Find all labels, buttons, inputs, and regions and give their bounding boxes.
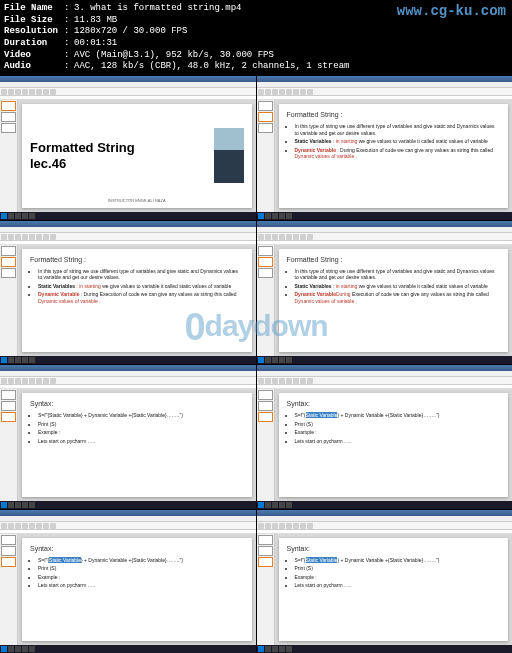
workspace: Formatted String : In this type of strin… <box>257 245 513 357</box>
taskbar <box>257 356 513 364</box>
frame-6: Syntax: S=f"{Static Variable} + Dynamic … <box>257 365 513 509</box>
thumb-1[interactable] <box>1 390 16 400</box>
slide-thumbnails <box>0 100 18 212</box>
filename-label: File Name <box>4 3 64 15</box>
bullet-dynamic: Dynamic Variable : During Execution of c… <box>38 291 244 304</box>
file-metadata-panel: www.cg-ku.com File Name:3. what is forma… <box>0 0 512 76</box>
thumb-1[interactable] <box>258 101 273 111</box>
syntax-line-3: Example : <box>38 429 244 436</box>
bullet-static: Static Variables : in starting we give v… <box>38 283 244 290</box>
video-label: Video <box>4 50 64 62</box>
syntax-line-4: Lets start on pycharm ….. <box>38 582 244 589</box>
thumb-3[interactable] <box>1 123 16 133</box>
thumb-1[interactable] <box>1 101 16 111</box>
syntax-line-1: S=f"{Static Variable} + Dynamic Variable… <box>295 557 501 564</box>
slide-heading: Syntax: <box>30 544 244 553</box>
start-button[interactable] <box>1 357 7 363</box>
thumb-1[interactable] <box>258 535 273 545</box>
frame-2: Formatted String : In this type of strin… <box>257 76 513 220</box>
start-button[interactable] <box>258 502 264 508</box>
thumb-3[interactable] <box>258 268 273 278</box>
syntax-line-4: Lets start on pycharm ….. <box>295 438 501 445</box>
syntax-line-2: Print (S) <box>295 421 501 428</box>
video-value: AVC (Main@L3.1), 952 kb/s, 30.000 FPS <box>74 50 274 62</box>
syntax-line-1: S=f"{Static Variable} + Dynamic Variable… <box>38 412 244 419</box>
slide-thumbnails <box>257 534 275 646</box>
toolbar <box>0 377 256 385</box>
slide-canvas: Syntax: S=f"{Static Variable} + Dynamic … <box>275 389 513 501</box>
filename-value: 3. what is formatted string.mp4 <box>74 3 241 15</box>
taskbar <box>257 501 513 509</box>
slide-content: Formatted String lec.46 INSTRUCTOR ENGR.… <box>22 104 252 208</box>
thumb-3[interactable] <box>1 412 16 422</box>
bullet-intro: In this type of string we use different … <box>295 268 501 281</box>
workspace: Formatted String : In this type of strin… <box>0 245 256 357</box>
bullet-dynamic: Dynamic VariableDuring Execution of code… <box>295 291 501 304</box>
bullet-static: Static Variables : in starting we give v… <box>295 138 501 145</box>
bullet-intro: In this type of string we use different … <box>38 268 244 281</box>
slide-heading: Formatted String : <box>30 255 244 264</box>
syntax-line-2: Print (S) <box>38 565 244 572</box>
thumb-1[interactable] <box>1 535 16 545</box>
slide-heading: Formatted String : <box>287 110 501 119</box>
slide-heading: Syntax: <box>287 544 501 553</box>
frame-3: Formatted String : In this type of strin… <box>0 221 256 365</box>
start-button[interactable] <box>258 646 264 652</box>
workspace: Syntax: S=f"{Static Variable} + Dynamic … <box>257 389 513 501</box>
slide-heading: Syntax: <box>30 399 244 408</box>
slide-heading: Formatted String : <box>287 255 501 264</box>
thumb-2[interactable] <box>1 112 16 122</box>
workspace: Formatted String lec.46 INSTRUCTOR ENGR.… <box>0 100 256 212</box>
syntax-line-3: Example : <box>38 574 244 581</box>
bullet-static: Static Variables : in starting we give v… <box>295 283 501 290</box>
start-button[interactable] <box>258 213 264 219</box>
workspace: Syntax: S=f"{Static Variable} + Dynamic … <box>257 534 513 646</box>
thumb-3[interactable] <box>1 557 16 567</box>
thumb-1[interactable] <box>258 390 273 400</box>
thumb-3[interactable] <box>258 123 273 133</box>
thumb-3[interactable] <box>1 268 16 278</box>
thumb-3[interactable] <box>258 412 273 422</box>
toolbar <box>257 377 513 385</box>
slide-canvas: Formatted String lec.46 INSTRUCTOR ENGR.… <box>18 100 256 212</box>
frame-5: Syntax: S=f"{Static Variable} + Dynamic … <box>0 365 256 509</box>
bullet-dynamic: Dynamic Variable : During Execution of c… <box>295 147 501 160</box>
toolbar <box>257 522 513 530</box>
thumb-1[interactable] <box>1 246 16 256</box>
start-button[interactable] <box>1 502 7 508</box>
slide-content: Syntax: S=f"{Static Variable} + Dynamic … <box>22 393 252 497</box>
thumb-2[interactable] <box>1 257 16 267</box>
thumb-3[interactable] <box>258 557 273 567</box>
slide-content: Formatted String : In this type of strin… <box>279 104 509 208</box>
start-button[interactable] <box>1 646 7 652</box>
thumb-2[interactable] <box>1 546 16 556</box>
slide-content: Syntax: S=f"{Static Variable} + Dynamic … <box>22 538 252 642</box>
thumb-2[interactable] <box>258 546 273 556</box>
thumbnail-grid: Formatted String lec.46 INSTRUCTOR ENGR.… <box>0 76 512 653</box>
toolbar <box>0 233 256 241</box>
duration-label: Duration <box>4 38 64 50</box>
toolbar <box>0 88 256 96</box>
taskbar <box>0 212 256 220</box>
thumb-2[interactable] <box>1 401 16 411</box>
slide-thumbnails <box>257 100 275 212</box>
start-button[interactable] <box>258 357 264 363</box>
syntax-line-4: Lets start on pycharm ….. <box>295 582 501 589</box>
taskbar <box>257 212 513 220</box>
bullet-intro: In this type of string we use different … <box>295 123 501 136</box>
thumb-1[interactable] <box>258 246 273 256</box>
thumb-2[interactable] <box>258 257 273 267</box>
thumb-2[interactable] <box>258 401 273 411</box>
taskbar <box>0 356 256 364</box>
audio-value: AAC, 128 kb/s (CBR), 48.0 kHz, 2 channel… <box>74 61 349 73</box>
start-button[interactable] <box>1 213 7 219</box>
resolution-value: 1280x720 / 30.000 FPS <box>74 26 187 38</box>
instructor-name: INSTRUCTOR ENGR.ALI RAZA <box>108 198 166 203</box>
filesize-value: 11.83 MB <box>74 15 117 27</box>
syntax-line-2: Print (S) <box>38 421 244 428</box>
thumb-2[interactable] <box>258 112 273 122</box>
syntax-line-3: Example : <box>295 429 501 436</box>
workspace: Syntax: S=f"{Static Variable} + Dynamic … <box>0 389 256 501</box>
audio-label: Audio <box>4 61 64 73</box>
frame-7: Syntax: S=f"{Static Variable} + Dynamic … <box>0 510 256 653</box>
